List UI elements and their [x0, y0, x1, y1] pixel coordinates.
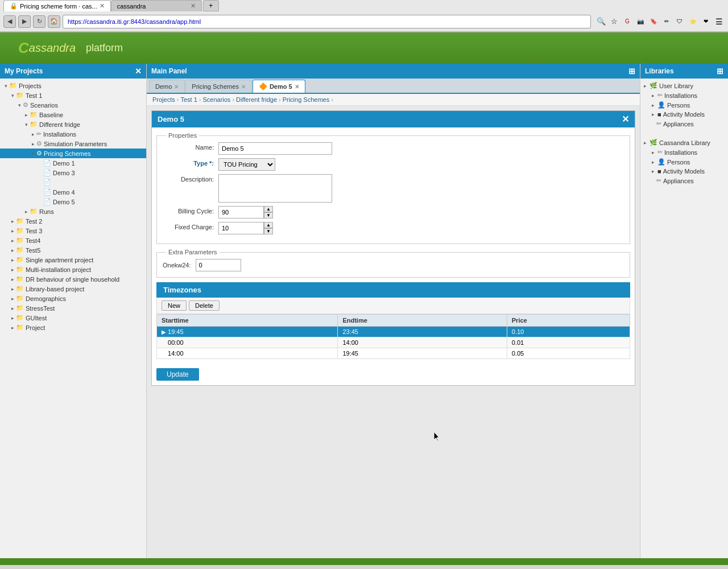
tree-item-demo4[interactable]: 📄 Demo 4 [0, 187, 146, 197]
tree-item-multi-install[interactable]: ▸ 📁 Multi-installation project [0, 265, 146, 274]
breadcrumb-different-fridge[interactable]: Different fridge [236, 96, 277, 103]
tab-demo5[interactable]: 🔶 Demo 5 ✕ [253, 80, 305, 93]
description-label: Description: [163, 174, 214, 183]
left-panel-title: My Projects [5, 67, 43, 75]
tree-item-test5[interactable]: ▸ 📁 Test5 [0, 245, 146, 255]
tab-pricing-close[interactable]: ✕ [241, 84, 246, 90]
lib-arrow: ▸ [652, 112, 657, 117]
tree-item-differentfridge[interactable]: ▾ 📁 Different fridge [0, 119, 146, 129]
billing-cycle-up-btn[interactable]: ▲ [264, 206, 273, 212]
folder-icon: 📁 [16, 246, 24, 254]
tab-demo-close[interactable]: ✕ [174, 84, 179, 90]
table-row[interactable]: ▶ 14:00 19:45 0.05 [157, 348, 630, 359]
search-icon[interactable]: 🔍 [595, 16, 607, 27]
tree-label: Demo 5 [53, 199, 75, 205]
browser-tab-1-close[interactable]: ✕ [100, 2, 105, 10]
user-library-header[interactable]: ▸ 🌿 User Library [640, 81, 728, 90]
table-row[interactable]: ▶ 19:45 23:45 0.10 [157, 327, 630, 337]
tree-item-dr-behaviour[interactable]: ▸ 📁 DR behaviour of single household [0, 274, 146, 284]
fixed-charge-down-btn[interactable]: ▼ [264, 228, 273, 234]
new-browser-tab-btn[interactable]: + [203, 0, 219, 11]
breadcrumb-projects[interactable]: Projects [152, 96, 175, 103]
breadcrumb-scenarios[interactable]: Scenarios [202, 96, 230, 103]
user-lib-activity-models[interactable]: ▸ ■ Activity Models [640, 110, 728, 119]
form-close-icon[interactable]: ✕ [622, 114, 629, 125]
ext7-icon[interactable]: ❤ [700, 16, 712, 27]
right-panel-expand-icon[interactable]: ⊞ [717, 67, 723, 76]
user-library-label: User Library [659, 83, 693, 89]
tree-item-project[interactable]: ▸ 📁 Project [0, 323, 146, 332]
tab-demo5-close[interactable]: ✕ [295, 84, 299, 90]
user-lib-persons[interactable]: ▸ 👤 Persons [640, 100, 728, 110]
delete-timezone-btn[interactable]: Delete [189, 300, 220, 311]
name-input[interactable] [218, 142, 332, 155]
tree-item-demo5[interactable]: 📄 Demo 5 [0, 197, 146, 207]
tree-item-runs[interactable]: ▸ 📁 Runs [0, 207, 146, 216]
tree-item-demographics[interactable]: ▸ 📁 Demographics [0, 294, 146, 303]
ext6-icon[interactable]: ⭐ [687, 16, 698, 27]
table-row[interactable]: ▶ 00:00 14:00 0.01 [157, 337, 630, 348]
tree-item-demo3[interactable]: 📄 Demo 3 [0, 168, 146, 178]
tree-item-library-based[interactable]: ▸ 📁 Library-based project [0, 284, 146, 294]
ext3-icon[interactable]: 🔖 [648, 16, 659, 27]
star-icon[interactable]: ☆ [609, 16, 620, 27]
fixed-charge-up-btn[interactable]: ▲ [264, 222, 273, 228]
breadcrumb-test1[interactable]: Test 1 [180, 96, 197, 103]
lib-label: Persons [667, 159, 690, 166]
tree-item-simparams[interactable]: ▸ ⚙ Simulation Parameters [0, 139, 146, 149]
tree-item-test4[interactable]: ▸ 📁 Test4 [0, 236, 146, 245]
cassandra-library-header[interactable]: ▸ 🌿 Cassandra Library [640, 138, 728, 147]
update-button[interactable]: Update [156, 368, 199, 381]
new-timezone-btn[interactable]: New [162, 300, 187, 311]
folder-icon: 📁 [16, 304, 24, 312]
user-lib-installations[interactable]: ▸ ✏ Installations [640, 90, 728, 100]
billing-cycle-down-btn[interactable]: ▼ [264, 212, 273, 218]
tab-pricing-schemes[interactable]: Pricing Schemes ✕ [185, 80, 252, 93]
reload-btn[interactable]: ↻ [33, 15, 46, 28]
tree-item-scenarios[interactable]: ▾ ⚙ Scenarios [0, 100, 146, 110]
main-panel-expand-icon[interactable]: ⊞ [628, 67, 635, 76]
tree-item-test1[interactable]: ▾ 📁 Test 1 [0, 90, 146, 100]
menu-icon[interactable]: ☰ [713, 16, 725, 27]
tree-item-projects[interactable]: ▾ 📁 Projects [0, 81, 146, 90]
ext2-icon[interactable]: 📷 [635, 16, 646, 27]
onekw24-input[interactable] [196, 259, 241, 271]
ext5-icon[interactable]: 🛡 [674, 16, 685, 27]
tree-item-guitest[interactable]: ▸ 📁 GUItest [0, 313, 146, 323]
user-lib-appliances[interactable]: ✏ Appliances [640, 119, 728, 129]
cassandra-lib-installations[interactable]: ▸ ✏ Installations [640, 147, 728, 157]
back-btn[interactable]: ◀ [3, 15, 16, 28]
folder-icon: 📁 [16, 237, 24, 244]
forward-btn[interactable]: ▶ [18, 15, 31, 28]
tree-item-stresstest[interactable]: ▸ 📁 StressTest [0, 303, 146, 313]
browser-tab-2[interactable]: cassandra ✕ [111, 0, 202, 11]
address-bar[interactable] [63, 15, 591, 28]
tree-item-single-apt[interactable]: ▸ 📁 Single apartment project [0, 255, 146, 265]
fixed-charge-input[interactable] [218, 222, 264, 234]
left-panel-close-icon[interactable]: ✕ [135, 67, 142, 76]
scenarios-icon: ⚙ [23, 101, 28, 109]
tree-item-demo1[interactable]: 📄 Demo 1 [0, 158, 146, 168]
breadcrumb-pricing-schemes[interactable]: Pricing Schemes [283, 96, 330, 103]
ext4-icon[interactable]: ✏ [661, 16, 672, 27]
tree-item-unnamed[interactable]: 📄 [0, 178, 146, 187]
description-input[interactable] [218, 174, 332, 203]
tree-item-test2[interactable]: ▸ 📁 Test 2 [0, 216, 146, 226]
type-select[interactable]: TOU Pricing Flat Rate IBR [218, 158, 275, 171]
home-btn[interactable]: 🏠 [48, 15, 60, 28]
lib-arrow: ▸ [652, 93, 657, 98]
tree-item-baseline[interactable]: ▸ 📁 Baseline [0, 110, 146, 119]
cassandra-lib-appliances[interactable]: ✏ Appliances [640, 176, 728, 185]
tree-item-installations[interactable]: ▸ ✏ Installations [0, 129, 146, 139]
browser-tab-1[interactable]: 🔒 Pricing scheme form · cas... ✕ [3, 0, 111, 11]
billing-cycle-input[interactable] [218, 206, 264, 218]
browser-tab-2-close[interactable]: ✕ [191, 2, 196, 10]
billing-cycle-label: Billing Cycle: [163, 206, 214, 215]
tree-item-test3[interactable]: ▸ 📁 Test 3 [0, 226, 146, 236]
cassandra-lib-persons[interactable]: ▸ 👤 Persons [640, 157, 728, 167]
tab-demo[interactable]: Demo ✕ [149, 80, 185, 93]
ext1-icon[interactable]: G [622, 16, 633, 27]
tree-item-pricing-schemes[interactable]: ▾ ⚙ Pricing Schemes [0, 149, 146, 158]
tree-arrow: ▾ [30, 151, 36, 156]
cassandra-lib-activity-models[interactable]: ▸ ■ Activity Models [640, 167, 728, 176]
